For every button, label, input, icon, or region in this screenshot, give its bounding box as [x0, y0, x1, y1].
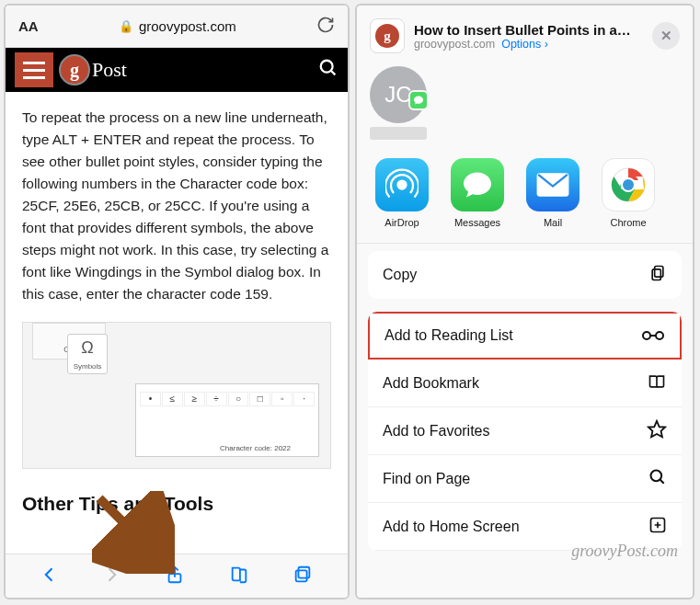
article-screenshot: Co Ω Symbols •≤≥÷○□◦· Character code: 20…: [22, 322, 331, 469]
safari-toolbar: [6, 554, 348, 598]
add-to-favorites-action[interactable]: Add to Favorites: [368, 407, 682, 455]
add-to-home-screen-action[interactable]: Add to Home Screen: [368, 503, 682, 551]
svg-point-0: [321, 61, 333, 73]
glasses-icon: [641, 326, 665, 345]
article-paragraph: To repeat the process on a new line unde…: [22, 107, 331, 305]
tabs-button[interactable]: [293, 565, 313, 588]
url-bar: AA 🔒 groovypost.com: [6, 6, 348, 48]
lock-icon: 🔒: [119, 19, 133, 33]
chrome-icon: [602, 158, 655, 211]
copy-icon: [648, 264, 667, 286]
share-app-airdrop[interactable]: AirDrop: [372, 158, 432, 228]
svg-line-18: [660, 479, 664, 483]
search-icon[interactable]: [318, 58, 339, 82]
app-label: Mail: [544, 217, 562, 228]
app-label: Chrome: [610, 217, 646, 228]
address-field[interactable]: 🔒 groovypost.com: [46, 18, 309, 34]
omega-icon: Ω: [81, 336, 93, 361]
share-header: g How to Insert Bullet Points in a… groo…: [357, 6, 693, 63]
plus-square-icon: [648, 516, 667, 538]
share-button[interactable]: [165, 565, 185, 588]
share-app-messages[interactable]: Messages: [447, 158, 508, 228]
svg-rect-12: [655, 267, 663, 278]
page-thumbnail: g: [370, 18, 405, 53]
text-size-button[interactable]: AA: [18, 18, 39, 34]
svg-point-6: [398, 181, 407, 189]
contact-name-placeholder: [370, 127, 427, 140]
forward-button[interactable]: [102, 565, 120, 588]
contact-avatar[interactable]: JC: [370, 66, 427, 123]
share-options-link[interactable]: Options ›: [501, 38, 548, 51]
mail-icon: [526, 158, 580, 211]
share-actions-list: Copy Add to Reading List Add Bookmark Ad…: [357, 244, 693, 551]
svg-point-14: [643, 332, 650, 339]
bookmarks-button[interactable]: [229, 565, 249, 588]
share-title: How to Insert Bullet Points in a…: [414, 22, 643, 38]
svg-rect-13: [652, 269, 660, 280]
svg-point-17: [651, 470, 662, 481]
back-button[interactable]: [40, 565, 59, 588]
reload-icon[interactable]: [316, 16, 335, 38]
share-app-mail[interactable]: Mail: [522, 158, 583, 228]
site-header: g Post: [6, 48, 348, 92]
book-icon: [647, 372, 667, 394]
svg-line-1: [331, 71, 336, 75]
app-label: AirDrop: [384, 217, 419, 228]
hamburger-menu-button[interactable]: [15, 52, 53, 87]
copy-action[interactable]: Copy: [368, 251, 682, 299]
site-logo[interactable]: g Post: [59, 54, 127, 86]
share-apps-row: AirDropMessagesMailChrome: [357, 151, 693, 244]
logo-icon: g: [59, 54, 90, 86]
safari-browser-pane: AA 🔒 groovypost.com g Post To repeat the…: [4, 4, 350, 599]
share-subtitle: groovypost.com Options ›: [414, 38, 643, 51]
url-domain: groovypost.com: [139, 18, 236, 34]
share-app-chrome[interactable]: Chrome: [598, 158, 659, 228]
airdrop-icon: [375, 158, 429, 211]
svg-rect-5: [296, 570, 307, 581]
close-button[interactable]: ✕: [652, 22, 680, 50]
search-icon: [648, 468, 667, 490]
svg-point-15: [656, 332, 663, 339]
messages-icon: [451, 158, 504, 211]
find-on-page-action[interactable]: Find on Page: [368, 455, 682, 503]
logo-text: Post: [92, 58, 127, 82]
symbol-button-preview: Ω Symbols: [67, 334, 108, 374]
article-body: To repeat the process on a new line unde…: [6, 92, 348, 554]
section-heading: Other Tips and Tools: [22, 489, 331, 519]
app-label: Messages: [454, 217, 500, 228]
contact-suggestions-row: JC: [357, 63, 693, 151]
svg-marker-16: [648, 420, 665, 436]
star-icon: [647, 419, 667, 443]
messages-badge-icon: [408, 90, 429, 110]
add-bookmark-action[interactable]: Add Bookmark: [368, 360, 682, 407]
svg-point-11: [623, 179, 634, 190]
character-panel-preview: •≤≥÷○□◦· Character code: 2022: [135, 383, 319, 457]
share-sheet-pane: g How to Insert Bullet Points in a… groo…: [355, 4, 694, 599]
svg-rect-4: [299, 566, 310, 577]
add-to-reading-list-action[interactable]: Add to Reading List: [368, 312, 682, 360]
